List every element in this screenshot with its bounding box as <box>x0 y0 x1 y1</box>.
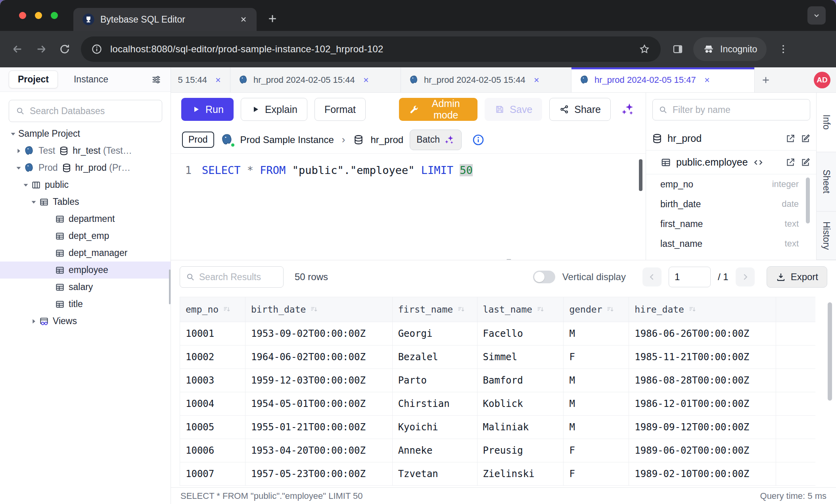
site-info-icon[interactable] <box>91 44 102 55</box>
chevron-down-icon[interactable] <box>13 163 24 173</box>
bookmark-star-icon[interactable] <box>639 43 650 55</box>
info-icon[interactable] <box>472 134 485 146</box>
sort-icon[interactable] <box>688 305 697 314</box>
column-row[interactable]: last_name text <box>646 234 816 254</box>
ai-sparkles-icon[interactable] <box>620 102 635 117</box>
sort-icon[interactable] <box>536 305 545 314</box>
address-bar[interactable]: localhost:8080/sql-editor/prod-sample-in… <box>81 36 661 62</box>
column-row[interactable]: birth_date date <box>646 194 816 214</box>
close-tab-icon[interactable] <box>214 76 222 84</box>
tree-item-dept_emp[interactable]: dept_emp <box>0 227 171 244</box>
tree-item-Tables[interactable]: Tables <box>0 193 171 210</box>
chevron-down-icon[interactable] <box>8 129 18 139</box>
close-window-button[interactable] <box>19 12 26 19</box>
avatar[interactable]: AD <box>814 72 830 88</box>
side-tab-info[interactable]: Info <box>817 93 836 152</box>
editor-tab[interactable]: hr_prod 2024-02-05 15:44 <box>401 67 571 92</box>
chevron-down-icon[interactable] <box>21 180 31 190</box>
table-row[interactable]: 100031959-12-03T00:00:00ZPartoBamfordM19… <box>180 369 815 392</box>
database-search[interactable] <box>9 100 162 122</box>
editor-tab[interactable]: hr_prod 2024-02-05 15:47 <box>571 67 755 92</box>
tree-settings-icon[interactable] <box>151 74 162 85</box>
vertical-display-toggle[interactable] <box>533 271 555 283</box>
column-header-first_name[interactable]: first_name <box>393 297 477 322</box>
table-row[interactable]: 100021964-06-02T00:00:00ZBezalelSimmelF1… <box>180 346 815 369</box>
explain-button[interactable]: Explain <box>241 98 307 121</box>
column-row[interactable]: emp_no integer <box>646 174 816 194</box>
table-row[interactable]: 100041954-05-01T00:00:00ZChirstianKoblic… <box>180 392 815 416</box>
tree-item-hr_test[interactable]: Testhr_test (Test… <box>0 142 171 159</box>
close-tab-icon[interactable] <box>533 76 541 84</box>
close-tab-icon[interactable] <box>239 15 248 24</box>
table-row[interactable]: 100011953-09-02T00:00:00ZGeorgiFacelloM1… <box>180 322 815 346</box>
save-button[interactable]: Save <box>485 98 542 121</box>
tab-project[interactable]: Project <box>9 71 58 88</box>
column-row[interactable]: first_name text <box>646 214 816 234</box>
schema-filter-input[interactable] <box>673 105 804 115</box>
tree-item-Views[interactable]: Views <box>0 313 171 330</box>
schema-scrollbar[interactable] <box>806 178 810 223</box>
side-tab-history[interactable]: History <box>817 212 836 260</box>
database-name[interactable]: hr_prod <box>370 134 403 145</box>
open-external-icon[interactable] <box>785 157 796 168</box>
open-external-icon[interactable] <box>785 134 796 144</box>
results-search-input[interactable] <box>199 272 278 283</box>
next-page-button[interactable] <box>736 267 755 286</box>
tree-item-department[interactable]: department <box>0 210 171 227</box>
tree-item-salary[interactable]: salary <box>0 279 171 296</box>
chevron-right-icon[interactable] <box>13 146 24 156</box>
tree-item-hr_prod[interactable]: Prodhr_prod (Pr… <box>0 159 171 176</box>
reload-button[interactable] <box>59 43 71 55</box>
sort-icon[interactable] <box>222 305 231 314</box>
minimize-window-button[interactable] <box>35 12 42 19</box>
column-header-hire_date[interactable]: hire_date <box>629 297 776 322</box>
sidebar-resize-handle[interactable] <box>169 269 171 304</box>
schema-table-row[interactable]: public.employee <box>646 151 816 174</box>
column-header-last_name[interactable]: last_name <box>477 297 564 322</box>
format-button[interactable]: Format <box>314 98 366 121</box>
page-input[interactable] <box>669 267 711 287</box>
tree-item-dept_manager[interactable]: dept_manager <box>0 244 171 262</box>
tree-item-title[interactable]: title <box>0 296 171 313</box>
export-button[interactable]: Export <box>767 266 827 288</box>
column-header-emp_no[interactable]: emp_no <box>180 297 245 322</box>
close-tab-icon[interactable] <box>703 76 711 84</box>
forward-button[interactable] <box>35 43 48 55</box>
table-row[interactable]: 100061953-04-20T00:00:00ZAnnekePreusigF1… <box>180 439 815 462</box>
browser-tab[interactable]: Bytebase SQL Editor <box>73 8 257 31</box>
chevron-down-icon[interactable] <box>29 197 39 207</box>
browser-menu-icon[interactable] <box>778 44 789 55</box>
tree-item-employee[interactable]: employee <box>0 262 171 279</box>
database-search-input[interactable] <box>30 106 155 116</box>
editor-tab[interactable]: 5 15:44 <box>171 67 230 92</box>
code-icon[interactable] <box>753 157 764 168</box>
column-header-gender[interactable]: gender <box>564 297 629 322</box>
share-button[interactable]: Share <box>549 98 611 121</box>
edit-icon[interactable] <box>800 157 811 168</box>
side-tab-sheet[interactable]: Sheet <box>817 152 836 212</box>
schema-filter[interactable] <box>652 99 810 120</box>
editor-scrollbar[interactable] <box>639 159 642 191</box>
table-row[interactable]: 100051955-01-21T00:00:00ZKyoichiMaliniak… <box>180 416 815 439</box>
instance-name[interactable]: Prod Sample Instance <box>240 134 334 145</box>
prev-page-button[interactable] <box>642 267 662 286</box>
admin-mode-button[interactable]: Admin mode <box>399 98 477 121</box>
new-tab-button[interactable] <box>267 13 278 25</box>
sql-editor[interactable]: 1 SELECT * FROM "public"."employee" LIMI… <box>171 154 646 260</box>
schema-database-row[interactable]: hr_prod <box>646 127 816 151</box>
sort-icon[interactable] <box>457 305 466 314</box>
editor-tab[interactable]: hr_prod 2024-02-05 15:44 <box>230 67 401 92</box>
edit-icon[interactable] <box>800 134 811 144</box>
tree-item-SampleProject[interactable]: Sample Project <box>0 125 171 142</box>
column-header-birth_date[interactable]: birth_date <box>245 297 393 322</box>
maximize-window-button[interactable] <box>51 12 58 19</box>
sort-icon[interactable] <box>606 305 615 314</box>
run-button[interactable]: Run <box>181 98 234 121</box>
tab-search-button[interactable] <box>807 6 826 25</box>
table-row[interactable]: 100071957-05-23T00:00:00ZTzvetanZielinsk… <box>180 462 815 486</box>
results-scrollbar[interactable] <box>828 302 832 401</box>
results-search[interactable] <box>180 266 284 288</box>
tree-item-public[interactable]: public <box>0 176 171 193</box>
tab-instance[interactable]: Instance <box>74 74 108 85</box>
close-tab-icon[interactable] <box>362 76 370 84</box>
